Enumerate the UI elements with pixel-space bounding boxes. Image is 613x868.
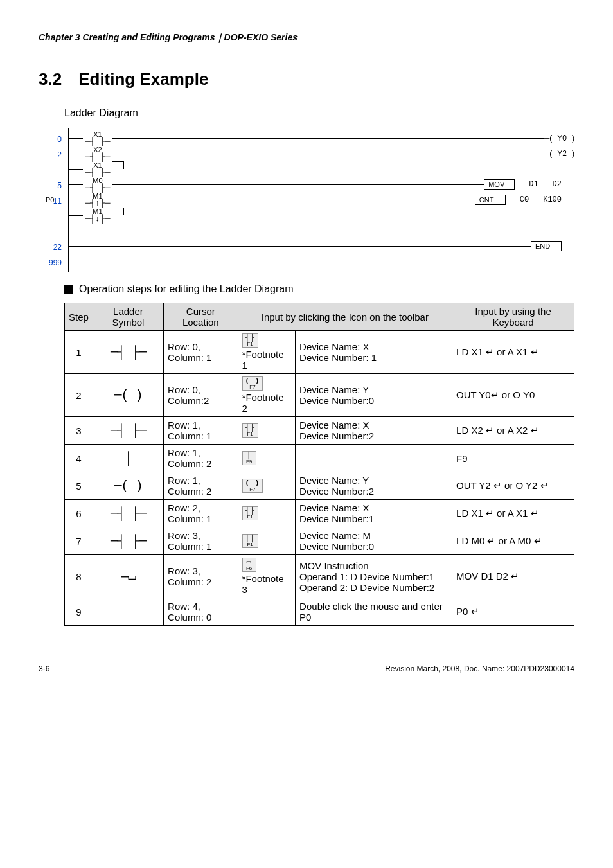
cell-icon [238,598,296,626]
table-row: 6─┤ ├─Row: 2, Column: 1┤├F1Device Name: … [65,500,574,527]
cell-cursor: Row: 2, Column: 1 [164,500,238,527]
cell-detail: Device Name: X Device Number:2 [296,417,452,445]
cell-keyboard: LD X1 ↵ or A X1 ↵ [452,500,574,527]
cell-detail [296,445,452,472]
cell-symbol: ─( ) [93,374,163,417]
cell-detail: Device Name: M Device Number:0 [296,527,452,555]
cell-keyboard: OUT Y2 ↵ or O Y2 ↵ [452,472,574,500]
table-row: 1─┤ ├─Row: 0, Column: 1┤├F1*Footnote 1De… [65,331,574,374]
cell-keyboard: LD X2 ↵ or A X2 ↵ [452,417,574,445]
ladder-line-num: 999 [39,255,68,270]
toolbar-icon[interactable]: ▭F6 [242,558,256,572]
table-row: 8─▭Row: 3, Column: 2▭F6*Footnote 3MOV In… [65,555,574,598]
cell-detail: Device Name: X Device Number:1 [296,500,452,527]
ladder-rungs: X1─┤ ├─ ─(Y0) X2─┤ ├─ ─(Y2) X1─┤ ├─ M0─┤… [68,128,574,272]
cell-step: 2 [65,374,93,417]
cell-detail: MOV Instruction Operand 1: D Device Numb… [296,555,452,598]
toolbar-icon[interactable]: ┤├F1 [242,534,258,548]
ladder-line-num: 5 [39,178,68,193]
no-contact-icon: ─┤ ├─ [85,184,110,192]
cell-icon: │F9 [238,445,296,472]
col-toolbar: Input by clicking the Icon on the toolba… [238,303,452,331]
toolbar-icon[interactable]: ( )F7 [242,479,263,493]
cell-symbol: ─┤ ├─ [93,331,163,374]
coil-label: Y0 [557,134,567,143]
instr-op: CNT [475,195,506,205]
footer-page: 3-6 [39,664,49,673]
ladder-line-num: 0 [39,132,68,147]
instr-op: MOV [484,179,515,190]
cell-keyboard: LD M0 ↵ or A M0 ↵ [452,527,574,555]
cell-step: 4 [65,445,93,472]
cell-cursor: Row: 0, Column: 1 [164,331,238,374]
table-row: 5─( )Row: 1, Column: 2( )F7Device Name: … [65,472,574,500]
table-row: 7─┤ ├─Row: 3, Column: 1┤├F1Device Name: … [65,527,574,555]
cell-symbol: ─┤ ├─ [93,527,163,555]
falling-edge-icon: ─┤↓├─ [85,215,110,223]
cell-keyboard: MOV D1 D2 ↵ [452,555,574,598]
cell-icon: ┤├F1 [238,500,296,527]
steps-table: Step Ladder Symbol Cursor Location Input… [64,303,574,626]
ladder-line-num [39,209,68,224]
cell-symbol: ─▭ [93,555,163,598]
toolbar-icon[interactable]: ( )F7 [242,376,263,391]
col-symbol: Ladder Symbol [93,303,163,331]
cell-cursor: Row: 1, Column: 1 [164,417,238,445]
table-row: 9Row: 4, Column: 0Double click the mouse… [65,598,574,626]
cell-cursor: Row: 1, Column: 2 [164,445,238,472]
rising-edge-icon: ─┤↑├─ [85,200,110,208]
cell-step: 3 [65,417,93,445]
toolbar-icon[interactable]: ┤├F1 [242,506,258,520]
cell-cursor: Row: 1, Column: 2 [164,472,238,500]
cell-symbol: ─┤ ├─ [93,417,163,445]
section-number: 3.2 [39,69,62,89]
toolbar-icon[interactable]: ┤├F1 [242,423,258,438]
cell-symbol [93,598,163,626]
no-contact-icon: ─┤ ├─ [85,138,110,146]
cell-keyboard: LD X1 ↵ or A X1 ↵ [452,331,574,374]
instr-arg: C0 [520,195,529,204]
cell-icon: ( )F7 [238,472,296,500]
section-title: 3.2 Editing Example [39,69,574,89]
cell-step: 6 [65,500,93,527]
table-row: 4│Row: 1, Column: 2│F9F9 [65,445,574,472]
p-label: P0 [46,196,54,204]
cell-cursor: Row: 3, Column: 2 [164,555,238,598]
cell-icon: ┤├F1 [238,417,296,445]
cell-step: 5 [65,472,93,500]
instr-end: END [531,241,562,251]
bullet-text: Operation steps for editing the Ladder D… [79,283,294,295]
instr-arg: D2 [553,180,562,189]
cell-step: 8 [65,555,93,598]
ladder-line-num: 22 [39,240,68,255]
ladder-line-num [39,163,68,178]
square-bullet-icon [64,285,73,294]
cell-cursor: Row: 0, Column:2 [164,374,238,417]
no-contact-icon: ─┤ ├─ [85,169,110,177]
page-footer: 3-6 Revision March, 2008, Doc. Name: 200… [39,664,574,673]
table-row: 3─┤ ├─Row: 1, Column: 1┤├F1Device Name: … [65,417,574,445]
instruction-box-cnt: CNT C0 K100 [475,195,562,205]
cell-keyboard: F9 [452,445,574,472]
col-cursor: Cursor Location [164,303,238,331]
cell-symbol: │ [93,445,163,472]
cell-cursor: Row: 3, Column: 1 [164,527,238,555]
cell-keyboard: P0 ↵ [452,598,574,626]
subhead-ladder-diagram: Ladder Diagram [64,107,574,119]
toolbar-icon[interactable]: │F9 [242,451,256,465]
cell-cursor: Row: 4, Column: 0 [164,598,238,626]
cell-step: 9 [65,598,93,626]
footer-doc: Revision March, 2008, Doc. Name: 2007PDD… [385,664,574,673]
toolbar-icon[interactable]: ┤├F1 [242,333,258,348]
cell-step: 1 [65,331,93,374]
col-step: Step [65,303,93,331]
cell-symbol: ─┤ ├─ [93,500,163,527]
bullet-heading: Operation steps for editing the Ladder D… [64,283,574,295]
ladder-line-num [39,224,68,240]
cell-icon: ┤├F1 [238,527,296,555]
table-row: 2─( )Row: 0, Column:2( )F7*Footnote 2Dev… [65,374,574,417]
instruction-box-mov: MOV D1 D2 [484,179,562,190]
cell-detail: Device Name: X Device Number: 1 [296,331,452,374]
section-heading: Editing Example [78,69,208,89]
ladder-line-num: 2 [39,147,68,163]
